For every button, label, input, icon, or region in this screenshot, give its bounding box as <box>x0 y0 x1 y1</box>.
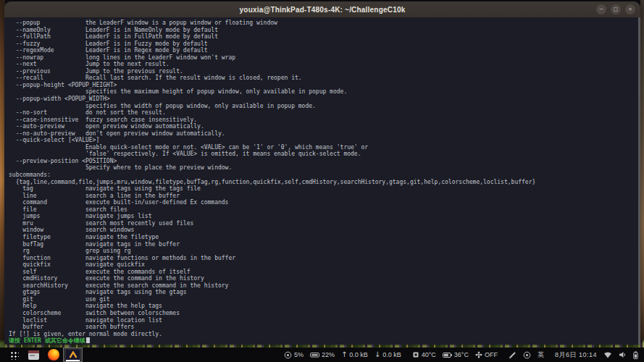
upload-arrow-icon: ↑ <box>341 351 347 358</box>
terminal-line: gtags navigate tags using the gtags <box>9 289 640 296</box>
clock[interactable]: 8月6日 10:14 <box>555 350 597 360</box>
battery-icon <box>633 351 638 359</box>
terminal-line: --popup-width <POPUP_WIDTH> <box>9 96 640 103</box>
terminal-line: --next Jump to the next result. <box>9 61 640 68</box>
tray-gauge[interactable]: 5% <box>284 351 304 359</box>
tray-input-method[interactable]: 英 <box>538 350 544 360</box>
terminal-line: --no-auto-preview don't open preview win… <box>9 130 640 138</box>
wifi-icon <box>603 351 612 358</box>
terminal-line: specifies the maximum height of popup wi… <box>9 88 640 96</box>
terminal-app-icon <box>66 350 80 361</box>
terminal-line: function navigate functions or methods i… <box>9 255 640 262</box>
desktop: youxia@ThinkPad-T480s-4K: ~/ChallengeC10… <box>0 0 644 362</box>
tray-upload-arrow[interactable]: ↑0.0 kB <box>341 351 368 358</box>
terminal-line: --auto-preview open preview window autom… <box>9 123 640 130</box>
wallpaper-right-strip <box>640 0 644 348</box>
tray-label: 36°C <box>454 351 469 358</box>
tray-cpu-temp[interactable]: 40°C <box>412 351 436 358</box>
window-icon <box>28 350 39 360</box>
terminal-line: Specify where to place the preview windo… <box>9 164 640 172</box>
gauge-icon <box>284 351 292 359</box>
terminal-line: help navigate the help tags <box>9 303 640 310</box>
minimize-button[interactable]: – <box>596 4 606 14</box>
terminal-line: tag navigate tags using the tags file <box>9 185 640 193</box>
launcher-area <box>0 348 83 362</box>
terminal-line: jumps navigate jumps list <box>9 213 640 220</box>
terminal-line: --no-sort do not sort the result. <box>9 109 640 117</box>
terminal-line: command execute built-in/user-defined Ex… <box>9 199 640 206</box>
cpu-temp-icon <box>412 351 419 358</box>
tray-wifi[interactable] <box>603 351 612 358</box>
terminal-line: --nameOnly LeaderF is in NameOnly mode b… <box>9 27 640 34</box>
record-icon <box>523 351 531 359</box>
hit-enter-prompt-text: 请按 ENTER 或其它命令继续 <box>9 337 85 344</box>
terminal-line: subcommands: <box>9 172 640 179</box>
terminal-line: quickfix navigate quickfix <box>9 261 640 269</box>
window-launcher[interactable] <box>24 348 43 362</box>
tray-volume[interactable] <box>619 351 627 358</box>
terminal-line: specifies the width of popup window, onl… <box>9 103 640 110</box>
tray-label: 英 <box>538 350 544 360</box>
active-terminal-launcher[interactable] <box>63 348 83 362</box>
taskbar-panel: 5%22%↑0.0 kB↓0.0 kB40°C36°COFF英8月6日 10:1… <box>0 348 644 362</box>
scrollbar[interactable] <box>638 17 640 345</box>
tray-download-arrow[interactable]: ↓0.0 kB <box>375 351 401 358</box>
clock-label: 8月6日 10:14 <box>555 350 597 360</box>
hit-enter-prompt: 请按 ENTER 或其它命令继续 <box>9 337 640 345</box>
terminal-line: {tag,line,command,file,jumps,mru,window,… <box>9 179 640 186</box>
fan-icon <box>475 351 482 358</box>
tray-battery[interactable] <box>633 351 638 359</box>
terminal-line: line search a line in the buffer <box>9 193 640 200</box>
terminal-line: If [!] is given, enter normal mode direc… <box>9 331 640 338</box>
close-button[interactable]: ✕ <box>625 4 635 14</box>
terminal-line: --popup-height <POPUP_HEIGHT> <box>9 82 640 89</box>
pencil-icon <box>509 351 517 359</box>
window-title: youxia@ThinkPad-T480s-4K: ~/ChallengeC10… <box>240 6 406 14</box>
terminal-line: file search files <box>9 206 640 214</box>
tray-label: 22% <box>322 351 335 358</box>
terminal-cursor <box>86 337 90 343</box>
terminal-line: --preview-position <POSITION> <box>9 158 640 165</box>
volume-icon <box>619 351 627 358</box>
tray-memory[interactable]: 22% <box>310 351 335 358</box>
app-grid-icon <box>9 350 19 360</box>
terminal-line: --popup the LeaderF window is a popup wi… <box>9 20 640 27</box>
terminal-line: colorscheme switch between colorschemes <box>9 310 640 317</box>
tray-label: 0.0 kB <box>349 351 368 358</box>
firefox-icon <box>48 349 59 361</box>
window-titlebar[interactable]: youxia@ThinkPad-T480s-4K: ~/ChallengeC10… <box>4 1 640 17</box>
terminal-line: filetype navigate the filetype <box>9 234 640 241</box>
terminal-line: cmdHistory execute the command in the hi… <box>9 275 640 282</box>
tray-pencil[interactable] <box>509 351 517 359</box>
tray-label: 5% <box>294 351 304 358</box>
tray-label: OFF <box>485 351 498 358</box>
tray-battery-temp[interactable]: 36°C <box>443 351 469 358</box>
terminal-line: window search windows <box>9 227 640 234</box>
download-arrow-icon: ↓ <box>375 351 380 358</box>
tray-fan[interactable]: OFF <box>475 351 498 358</box>
terminal-line: --nowrap long lines in the LeaderF windo… <box>9 54 640 62</box>
terminal-line: loclist navigate location list <box>9 317 640 324</box>
firefox-launcher[interactable] <box>43 348 63 362</box>
terminal-line: searchHistory execute the search command… <box>9 282 640 290</box>
terminal-output[interactable]: --popup the LeaderF window is a popup wi… <box>4 17 640 345</box>
terminal-line: --quick-select [<VALUE>] <box>9 137 640 144</box>
terminal-line: mru search most recently used files <box>9 220 640 227</box>
app-grid-launcher[interactable] <box>4 348 24 362</box>
terminal-line: 'false' respectively. If <VALUE> is omit… <box>9 151 640 158</box>
terminal-line: self execute the commands of itself <box>9 269 640 276</box>
terminal-line: rg grep using rg <box>9 248 640 255</box>
terminal-window: youxia@ThinkPad-T480s-4K: ~/ChallengeC10… <box>4 1 640 345</box>
terminal-line: --fuzzy LeaderF is in Fuzzy mode by defa… <box>9 41 640 48</box>
window-controls: – □ ✕ <box>596 1 635 17</box>
terminal-line: --recall Recall last search. If the resu… <box>9 75 640 82</box>
terminal-line: Enable quick-select mode or not. <VALUE>… <box>9 144 640 151</box>
battery-temp-icon <box>443 352 452 358</box>
terminal-line: --regexMode LeaderF is in Regex mode by … <box>9 47 640 54</box>
memory-icon <box>310 351 319 358</box>
tray-label: 0.0 kB <box>382 351 401 358</box>
tray-record[interactable] <box>523 351 531 359</box>
maximize-button[interactable]: □ <box>611 4 621 14</box>
terminal-line: git use git <box>9 296 640 303</box>
system-tray: 5%22%↑0.0 kB↓0.0 kB40°C36°COFF英8月6日 10:1… <box>284 348 644 362</box>
